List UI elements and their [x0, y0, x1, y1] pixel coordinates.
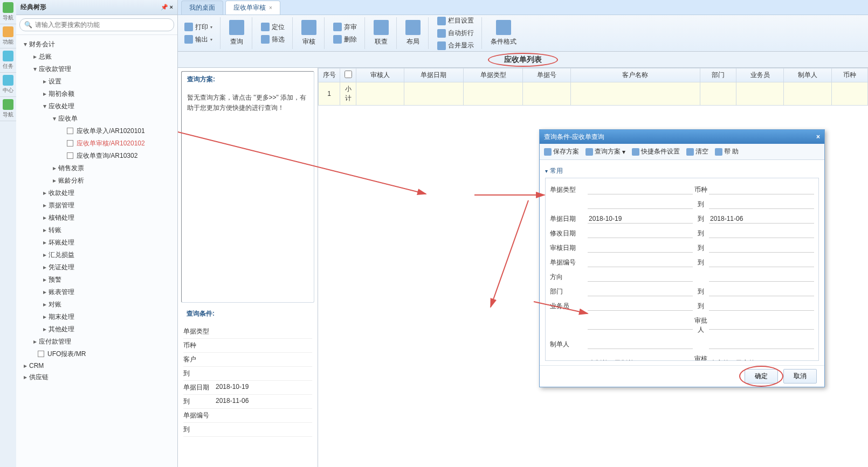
abandon-button[interactable]: 弃审	[331, 22, 359, 33]
tree-node[interactable]: ▸总账	[16, 51, 177, 63]
dialog-title-bar[interactable]: 查询条件-应收单查询 ×	[540, 130, 824, 144]
tree-node[interactable]: 应收单查询/AR10302	[16, 150, 177, 162]
form-field[interactable]	[588, 321, 693, 330]
pin-icon[interactable]: 📌 ×	[161, 4, 173, 11]
form-field[interactable]	[588, 302, 693, 311]
iconbar-item[interactable]: 功能	[0, 24, 16, 48]
save-scheme-button[interactable]: 保存方案	[544, 147, 579, 156]
close-icon[interactable]: ×	[269, 5, 272, 11]
form-field[interactable]	[709, 229, 814, 238]
form-field[interactable]	[709, 321, 814, 330]
form-field[interactable]	[588, 200, 693, 209]
tree-node[interactable]: ▾应收处理	[16, 100, 177, 113]
dialog-section-header[interactable]: ▾常用	[545, 164, 819, 178]
form-field[interactable]	[588, 340, 693, 349]
tree-node[interactable]: 应收单录入/AR1020101	[16, 125, 177, 137]
search-input[interactable]	[34, 20, 169, 30]
close-icon[interactable]: ×	[816, 133, 820, 141]
col-header[interactable]: 客户名称	[570, 68, 700, 82]
filter-button[interactable]: 筛选	[259, 34, 287, 45]
form-field[interactable]	[588, 186, 693, 194]
tree-node[interactable]: ▸坏账处理	[16, 236, 177, 249]
form-field[interactable]	[588, 259, 693, 267]
tree-node[interactable]: ▸收款处理	[16, 187, 177, 199]
tree-node[interactable]: ▸供应链	[16, 371, 177, 384]
tree-node[interactable]: ▸对账	[16, 298, 177, 311]
output-button[interactable]: 输出▾	[182, 34, 215, 45]
col-header[interactable]: 单据号	[523, 68, 571, 82]
wrap-button[interactable]: 自动折行	[435, 27, 476, 39]
iconbar-item[interactable]: 导航	[0, 0, 16, 24]
tree-node[interactable]: ▸期初余额	[16, 88, 177, 100]
form-field[interactable]: 2018-10-19	[588, 214, 693, 224]
tree-node[interactable]: 应收单审核/AR1020102	[16, 137, 177, 150]
scheme-button[interactable]: 查询方案▾	[585, 147, 625, 156]
tree-node[interactable]: ▾财务会计	[16, 38, 177, 51]
tree-node[interactable]: ▸汇兑损益	[16, 249, 177, 261]
query-button[interactable]: 查询	[227, 19, 246, 47]
form-field[interactable]	[709, 200, 814, 209]
tree-node[interactable]: ▸销售发票	[16, 162, 177, 175]
col-header[interactable]	[340, 68, 356, 82]
colset-button[interactable]: 栏目设置	[435, 15, 476, 26]
iconbar-item[interactable]: 中心	[0, 73, 16, 97]
help-button[interactable]: 帮 助	[715, 147, 739, 156]
tree-node[interactable]: ▸预警	[16, 274, 177, 286]
print-button[interactable]: 打印▾	[182, 22, 215, 33]
form-field[interactable]	[709, 340, 814, 349]
tree-node[interactable]: ▸转账	[16, 224, 177, 236]
form-field[interactable]	[709, 259, 814, 267]
tree-node[interactable]: ▸CRM	[16, 360, 177, 371]
tree-node[interactable]: ▸应付款管理	[16, 336, 177, 348]
tree-node[interactable]: ▸期末处理	[16, 311, 177, 323]
form-field[interactable]	[709, 273, 814, 282]
select-all-checkbox[interactable]	[345, 71, 352, 78]
col-header[interactable]: 审核人	[356, 68, 404, 82]
query-scheme-empty: 暂无查询方案，请点击 "更多>>" 添加，有助于您更加方便快捷的进行查询！	[182, 87, 314, 119]
table-row[interactable]: 1小计	[319, 82, 868, 106]
tab[interactable]: 应收单审核×	[225, 1, 280, 15]
tab[interactable]: 我的桌面	[181, 1, 223, 15]
audit-button[interactable]: 审核	[299, 19, 319, 47]
condfmt-button[interactable]: 条件格式	[488, 19, 519, 47]
form-field[interactable]: 未审核；已审核	[709, 358, 814, 361]
tree-node[interactable]: ▸票据管理	[16, 199, 177, 212]
link-button[interactable]: 联查	[371, 19, 391, 47]
col-header[interactable]: 序号	[319, 68, 340, 82]
col-header[interactable]: 部门	[700, 68, 736, 82]
tree-node[interactable]: ▾应收款管理	[16, 63, 177, 75]
form-field[interactable]	[709, 186, 814, 194]
form-field[interactable]	[588, 288, 693, 296]
clear-button[interactable]: 清空	[686, 147, 708, 156]
tree-node[interactable]: ▸账龄分析	[16, 175, 177, 187]
col-header[interactable]: 单据日期	[404, 68, 463, 82]
tree-node[interactable]: ▾应收单	[16, 113, 177, 125]
locate-button[interactable]: 定位	[259, 22, 287, 33]
col-header[interactable]: 单据类型	[463, 68, 522, 82]
form-field[interactable]	[709, 302, 814, 311]
tree-node[interactable]: ▸设置	[16, 75, 177, 88]
form-field[interactable]	[709, 244, 814, 253]
tree-node[interactable]: ▸核销处理	[16, 212, 177, 224]
form-field[interactable]: 未制单；已制单	[588, 358, 693, 361]
quick-cond-button[interactable]: 快捷条件设置	[632, 147, 680, 156]
delete-button[interactable]: 删除	[331, 34, 359, 45]
col-header[interactable]: 制单人	[784, 68, 832, 82]
cancel-button[interactable]: 取消	[783, 369, 817, 384]
iconbar-item[interactable]: 导航	[0, 97, 16, 121]
merge-button[interactable]: 合并显示	[435, 40, 476, 51]
tree-node[interactable]: UFO报表/MR	[16, 348, 177, 360]
form-field[interactable]	[588, 229, 693, 238]
layout-button[interactable]: 布局	[403, 19, 423, 47]
ok-button[interactable]: 确定	[745, 369, 778, 384]
tree-node[interactable]: ▸账表管理	[16, 286, 177, 298]
form-field[interactable]	[588, 244, 693, 253]
form-field[interactable]: 2018-11-06	[709, 214, 814, 224]
col-header[interactable]: 币种	[832, 68, 868, 82]
tree-node[interactable]: ▸其他处理	[16, 323, 177, 336]
tree-node[interactable]: ▸凭证处理	[16, 261, 177, 274]
iconbar-item[interactable]: 任务	[0, 48, 16, 73]
col-header[interactable]: 业务员	[736, 68, 784, 82]
form-field[interactable]	[588, 273, 693, 282]
form-field[interactable]	[709, 288, 814, 296]
